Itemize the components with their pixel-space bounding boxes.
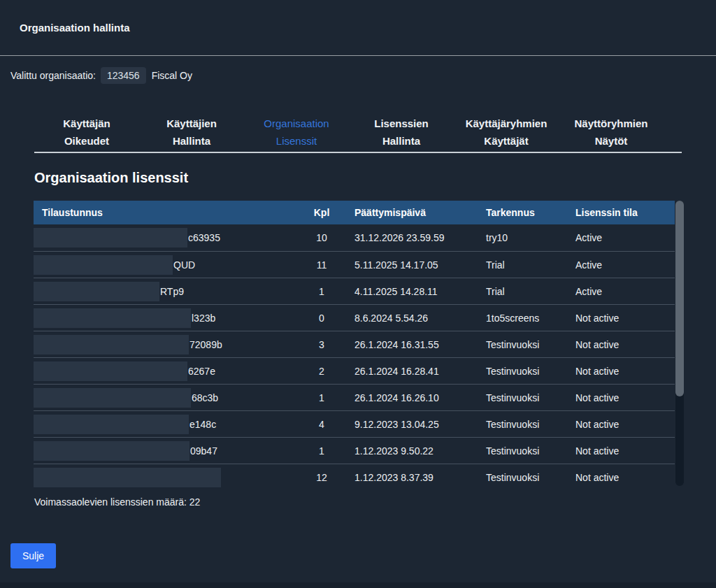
scrollbar-thumb[interactable] [675, 201, 684, 396]
cell-kpl: 10 [297, 232, 346, 243]
tab-label-line1: Käyttäjän [34, 115, 139, 132]
redacted-id-box [34, 335, 189, 354]
cell-paattymispaiva: 8.6.2024 5.54.26 [346, 313, 485, 324]
tab-näyttöryhmien-näytöt[interactable]: Näyttöryhmien Näytöt [559, 115, 664, 150]
tilaustunnus-suffix: c63935 [188, 232, 220, 243]
cell-kpl: 12 [297, 472, 346, 483]
cell-tarkennus: 1to5screens [485, 313, 575, 324]
table-row: RTp9 1 4.11.2025 14.28.11 Trial Active [34, 278, 675, 304]
tab-bar: Käyttäjän Oikeudet Käyttäjien Hallinta O… [34, 115, 682, 153]
cell-paattymispaiva: 5.11.2025 14.17.05 [346, 259, 485, 271]
tab-käyttäjäryhmien-käyttäjät[interactable]: Käyttäjäryhmien Käyttäjät [454, 115, 559, 150]
page-title: Organisaation lisenssit [34, 170, 716, 186]
selected-organisation-row: Valittu organisaatio: 123456 Fiscal Oy [0, 66, 716, 85]
redacted-id-box [34, 415, 189, 434]
cell-tarkennus: Testinvuoksi [485, 366, 575, 377]
tilaustunnus-suffix: 68c3b [192, 392, 218, 403]
bottom-edge-strip [0, 582, 716, 588]
tab-käyttäjän-oikeudet[interactable]: Käyttäjän Oikeudet [34, 115, 139, 150]
cell-lisenssin-tila: Not active [575, 392, 675, 403]
column-header-kpl: Kpl [297, 207, 346, 218]
redacted-id-box [34, 255, 173, 275]
tab-organisaation-lisenssit[interactable]: Organisaation Lisenssit [244, 115, 349, 150]
table-row: 12 1.12.2023 8.37.39 Testinvuoksi Not ac… [34, 464, 675, 490]
redacted-id-box [34, 441, 189, 461]
tilaustunnus-suffix: l323b [192, 313, 215, 324]
window-title: Organisaation hallinta [20, 22, 130, 34]
tab-label-line1: Lisenssien [349, 115, 454, 132]
cell-kpl: 2 [297, 366, 346, 377]
cell-kpl: 3 [297, 339, 346, 350]
cell-lisenssin-tila: Active [575, 259, 675, 271]
cell-tarkennus: Testinvuoksi [485, 419, 575, 430]
cell-kpl: 11 [297, 259, 346, 271]
table-row: QUD 11 5.11.2025 14.17.05 Trial Active [34, 251, 675, 278]
cell-paattymispaiva: 4.11.2025 14.28.11 [346, 286, 485, 297]
organisation-name: Fiscal Oy [152, 70, 192, 81]
cell-tilaustunnus: 6267e [34, 361, 297, 381]
cell-tilaustunnus: RTp9 [34, 282, 297, 301]
table-row: e148c 4 9.12.2023 13.04.25 Testinvuoksi … [34, 410, 675, 437]
selected-organisation-label: Valittu organisaatio: [10, 70, 96, 81]
cell-paattymispaiva: 1.12.2023 8.37.39 [346, 472, 485, 483]
tab-label-line2: Lisenssit [244, 132, 349, 150]
tab-label-line2: Oikeudet [34, 132, 139, 150]
redacted-id-box [34, 308, 191, 328]
column-header-tarkennus: Tarkennus [485, 207, 575, 218]
tilaustunnus-suffix: e148c [189, 419, 216, 430]
cell-lisenssin-tila: Active [575, 232, 675, 243]
cell-tilaustunnus: e148c [34, 415, 297, 434]
cell-lisenssin-tila: Not active [575, 339, 675, 350]
cell-tilaustunnus [34, 468, 297, 487]
cell-kpl: 1 [297, 286, 346, 297]
tab-label-line2: Hallinta [139, 132, 244, 150]
tab-label-line1: Käyttäjien [139, 115, 244, 132]
cell-paattymispaiva: 9.12.2023 13.04.25 [346, 419, 485, 430]
cell-tilaustunnus: l323b [34, 308, 297, 328]
cell-tilaustunnus: QUD [34, 255, 297, 275]
cell-tilaustunnus: 68c3b [34, 388, 297, 408]
cell-kpl: 1 [297, 392, 346, 403]
cell-kpl: 0 [297, 313, 346, 324]
tab-label-line1: Organisaation [244, 115, 349, 132]
cell-paattymispaiva: 26.1.2024 16.28.41 [346, 366, 485, 377]
tab-käyttäjien-hallinta[interactable]: Käyttäjien Hallinta [139, 115, 244, 150]
cell-tarkennus: Testinvuoksi [485, 445, 575, 457]
cell-lisenssin-tila: Not active [575, 472, 675, 483]
cell-paattymispaiva: 26.1.2024 16.31.55 [346, 339, 485, 350]
cell-tarkennus: Testinvuoksi [485, 392, 575, 403]
tilaustunnus-suffix: RTp9 [160, 286, 184, 297]
table-row: 68c3b 1 26.1.2024 16.26.10 Testinvuoksi … [34, 384, 675, 410]
cell-lisenssin-tila: Active [575, 286, 675, 297]
valid-license-count: Voimassaolevien lisenssien määrä: 22 [34, 496, 716, 508]
redacted-id-box [34, 282, 159, 301]
tab-label-line2: Käyttäjät [454, 132, 559, 150]
tab-label-line2: Hallinta [349, 132, 454, 150]
column-header-tilaustunnus: Tilaustunnus [34, 207, 297, 218]
cell-lisenssin-tila: Not active [575, 419, 675, 430]
cell-kpl: 4 [297, 419, 346, 430]
cell-tarkennus: Trial [485, 286, 575, 297]
cell-tarkennus: Testinvuoksi [485, 472, 575, 483]
cell-lisenssin-tila: Not active [575, 313, 675, 324]
tab-label-line2: Näytöt [559, 132, 664, 150]
tilaustunnus-suffix: QUD [173, 259, 195, 271]
cell-paattymispaiva: 1.12.2023 9.50.22 [346, 445, 485, 457]
tab-label-line1: Käyttäjäryhmien [454, 115, 559, 132]
close-button[interactable]: Sulje [10, 543, 56, 568]
cell-tilaustunnus: 72089b [34, 335, 297, 354]
cell-tarkennus: try10 [485, 232, 575, 243]
redacted-id-box [34, 388, 191, 408]
cell-kpl: 1 [297, 445, 346, 457]
cell-lisenssin-tila: Not active [575, 366, 675, 377]
tab-lisenssien-hallinta[interactable]: Lisenssien Hallinta [349, 115, 454, 150]
scrollbar-track[interactable] [675, 201, 684, 486]
table-row: 72089b 3 26.1.2024 16.31.55 Testinvuoksi… [34, 331, 675, 357]
cell-lisenssin-tila: Not active [575, 445, 675, 457]
table-row: 6267e 2 26.1.2024 16.28.41 Testinvuoksi … [34, 357, 675, 384]
top-bar: Organisaation hallinta [0, 0, 716, 56]
cell-tarkennus: Testinvuoksi [485, 339, 575, 350]
tab-label-line1: Näyttöryhmien [559, 115, 664, 132]
table-header-row: Tilaustunnus Kpl Päättymispäivä Tarkennu… [34, 201, 675, 224]
redacted-id-box [34, 228, 187, 248]
